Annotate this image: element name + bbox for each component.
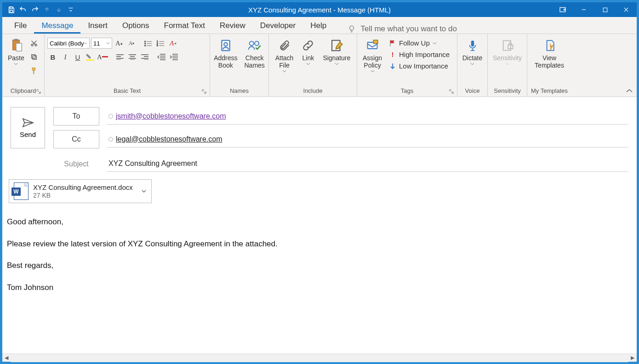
paste-button[interactable]: Paste xyxy=(5,36,27,67)
cut-button[interactable] xyxy=(29,38,40,49)
redo-icon[interactable] xyxy=(30,5,40,15)
underline-button[interactable]: U xyxy=(72,51,83,63)
low-importance-button[interactable]: Low Importance xyxy=(386,61,452,71)
tab-format-text[interactable]: Format Text xyxy=(157,17,212,34)
tab-review[interactable]: Review xyxy=(212,17,253,34)
dialog-launcher-icon[interactable] xyxy=(201,89,207,94)
body-paragraph: Tom Johnson xyxy=(7,282,632,294)
to-field[interactable]: jsmith@cobblestonesoftware.com xyxy=(107,108,628,125)
chevron-down-icon xyxy=(433,42,437,45)
signature-button[interactable]: Signature xyxy=(320,36,353,67)
group-clipboard: Paste Clipboard xyxy=(2,34,45,97)
scroll-track[interactable] xyxy=(11,354,628,362)
maximize-button[interactable] xyxy=(594,2,616,17)
to-button[interactable]: To xyxy=(53,107,99,125)
high-importance-button[interactable]: ! High Importance xyxy=(386,49,452,60)
numbering-button[interactable]: 123 xyxy=(155,38,166,49)
next-item-icon[interactable] xyxy=(54,5,64,15)
tab-insert[interactable]: Insert xyxy=(80,17,115,34)
signature-icon xyxy=(329,38,344,53)
address-book-button[interactable]: Address Book xyxy=(211,36,240,71)
increase-indent-button[interactable] xyxy=(168,51,179,63)
assign-policy-button[interactable]: Assign Policy xyxy=(360,36,385,74)
svg-point-4 xyxy=(350,26,354,30)
customize-qat-icon[interactable] xyxy=(66,5,76,15)
dictate-button[interactable]: Dictate xyxy=(460,36,485,67)
title-bar: XYZ Consulting Agreement - Message (HTML… xyxy=(2,2,637,17)
svg-point-22 xyxy=(255,41,259,46)
send-button[interactable]: Send xyxy=(11,107,45,148)
tab-help[interactable]: Help xyxy=(303,17,334,34)
close-button[interactable] xyxy=(616,2,637,17)
font-name-select[interactable]: Calibri (Body) xyxy=(47,38,90,49)
svg-point-12 xyxy=(144,41,146,42)
low-importance-label: Low Importance xyxy=(399,62,448,70)
svg-rect-11 xyxy=(31,55,35,58)
chevron-down-icon[interactable] xyxy=(141,189,147,193)
cc-value[interactable]: legal@cobblestonesoftware.com xyxy=(116,135,222,143)
save-icon[interactable] xyxy=(6,5,16,15)
svg-point-14 xyxy=(144,45,146,46)
tab-file[interactable]: File xyxy=(7,17,34,34)
group-names-label: Names xyxy=(230,87,249,94)
subject-field[interactable]: XYZ Consulting Agreement xyxy=(107,156,628,172)
check-names-button[interactable]: Check Names xyxy=(242,36,268,71)
dialog-launcher-icon[interactable] xyxy=(36,89,41,94)
attachments-row: W XYZ Consulting Agreement.docx 27 KB xyxy=(2,175,637,208)
dialog-launcher-icon[interactable] xyxy=(449,89,454,94)
attach-file-label: Attach File xyxy=(275,54,294,69)
copy-button[interactable] xyxy=(29,51,40,63)
to-label: To xyxy=(73,112,80,120)
to-value[interactable]: jsmith@cobblestonesoftware.com xyxy=(116,112,226,120)
font-size-value: 11 xyxy=(93,40,100,47)
scroll-right-button[interactable]: ▶ xyxy=(628,354,637,362)
svg-point-13 xyxy=(144,43,146,45)
font-color-button[interactable]: A xyxy=(97,51,108,63)
tab-message[interactable]: Message xyxy=(34,17,80,34)
font-size-select[interactable]: 11 xyxy=(91,38,112,49)
tell-me-placeholder: Tell me what you want to do xyxy=(360,24,457,34)
check-names-icon xyxy=(247,38,262,53)
scroll-left-button[interactable]: ◀ xyxy=(2,354,11,362)
link-button[interactable]: Link xyxy=(297,36,319,67)
subject-value: XYZ Consulting Agreement xyxy=(108,159,197,167)
recipient-status-icon xyxy=(108,137,113,142)
bold-button[interactable]: B xyxy=(47,51,58,63)
tab-options[interactable]: Options xyxy=(115,17,157,34)
align-right-button[interactable] xyxy=(139,51,150,63)
decrease-indent-button[interactable] xyxy=(156,51,167,63)
collapse-ribbon-button[interactable] xyxy=(626,88,633,94)
clear-formatting-button[interactable]: A◂ xyxy=(167,38,178,49)
body-paragraph: Good afternoon, xyxy=(7,216,632,228)
message-body[interactable]: Good afternoon, Please review the latest… xyxy=(2,208,637,312)
follow-up-button[interactable]: Follow Up xyxy=(386,38,452,48)
assign-policy-icon xyxy=(365,38,380,53)
font-name-value: Calibri (Body) xyxy=(50,40,84,47)
undo-icon[interactable] xyxy=(18,5,28,15)
group-clipboard-label: Clipboard xyxy=(11,87,36,94)
minimize-button[interactable] xyxy=(573,2,594,17)
shrink-font-button[interactable]: A▾ xyxy=(126,38,137,49)
grow-font-button[interactable]: A▴ xyxy=(114,38,125,49)
bullets-button[interactable] xyxy=(143,38,154,49)
italic-button[interactable]: I xyxy=(60,51,71,63)
view-templates-button[interactable]: View Templates xyxy=(532,36,567,71)
attach-file-button[interactable]: Attach File xyxy=(273,36,297,74)
group-my-templates-label: My Templates xyxy=(531,87,568,94)
svg-rect-26 xyxy=(471,40,474,46)
tell-me-search[interactable]: Tell me what you want to do xyxy=(348,24,457,34)
cc-field[interactable]: legal@cobblestonesoftware.com xyxy=(107,131,628,148)
cc-button[interactable]: Cc xyxy=(53,130,99,148)
ribbon-display-options-icon[interactable] xyxy=(552,2,573,17)
horizontal-scrollbar[interactable]: ◀ ▶ xyxy=(2,353,637,362)
attachment-item[interactable]: W XYZ Consulting Agreement.docx 27 KB xyxy=(9,179,152,203)
group-tags-label: Tags xyxy=(401,87,413,94)
svg-rect-3 xyxy=(603,8,607,12)
align-center-button[interactable] xyxy=(127,51,138,63)
align-left-button[interactable] xyxy=(114,51,126,63)
tab-developer[interactable]: Developer xyxy=(253,17,303,34)
format-painter-button[interactable] xyxy=(29,65,40,76)
body-paragraph: Best regards, xyxy=(7,260,632,272)
previous-item-icon[interactable] xyxy=(42,5,52,15)
highlight-button[interactable] xyxy=(85,51,96,63)
